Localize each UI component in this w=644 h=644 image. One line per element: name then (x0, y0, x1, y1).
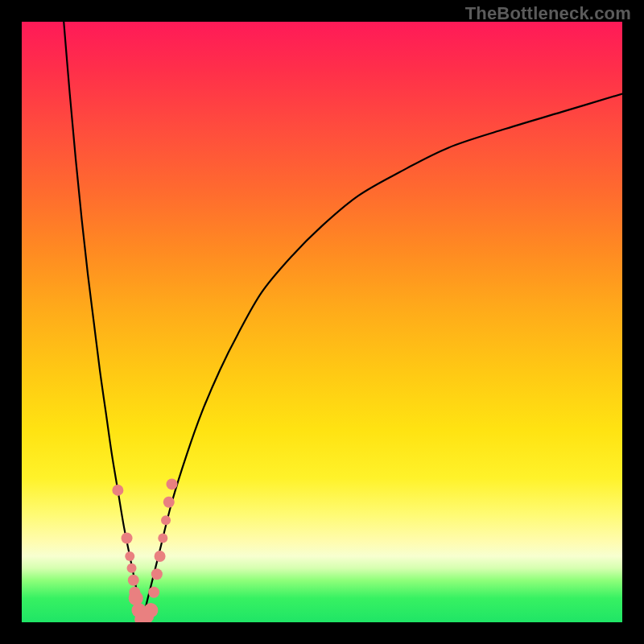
marker-point (167, 478, 178, 489)
marker-point (112, 485, 123, 496)
marker-point (148, 587, 159, 598)
marker-point (161, 515, 171, 525)
marker-point (158, 534, 167, 543)
marker-point (155, 551, 166, 562)
curve-left-branch (64, 22, 142, 622)
marker-point (163, 497, 175, 508)
marker-point (122, 533, 133, 544)
marker-point (125, 551, 134, 561)
chart-container: TheBottleneck.com (0, 0, 644, 644)
marker-point (143, 603, 158, 617)
plot-area (22, 22, 622, 622)
marker-group (112, 478, 177, 622)
curve-layer (22, 22, 622, 622)
watermark-text: TheBottleneck.com (465, 3, 631, 24)
curve-right-branch (142, 94, 622, 622)
marker-point (128, 575, 139, 586)
marker-point (151, 568, 163, 580)
marker-point (127, 564, 137, 573)
